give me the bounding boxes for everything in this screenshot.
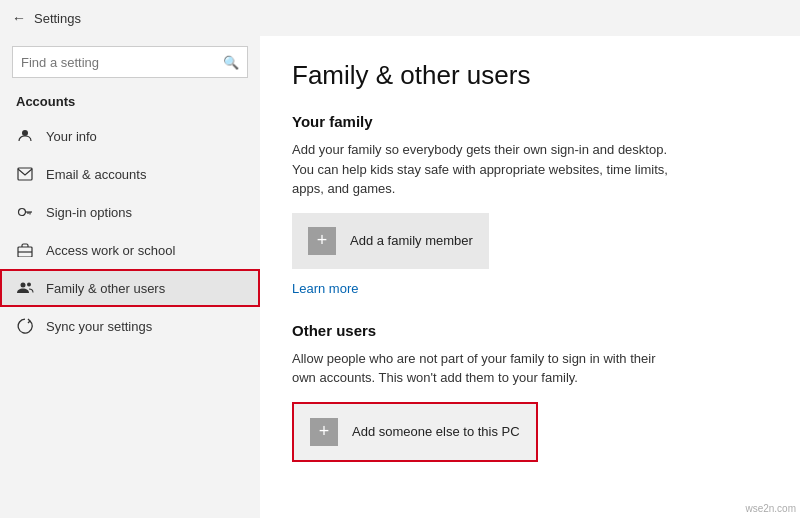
sidebar-item-access-work[interactable]: Access work or school bbox=[0, 231, 260, 269]
window-title: Settings bbox=[34, 11, 81, 26]
content-area: Family & other users Your family Add you… bbox=[260, 36, 800, 518]
add-someone-plus-icon: + bbox=[310, 418, 338, 446]
search-icon: 🔍 bbox=[223, 55, 239, 70]
watermark: wse2n.com bbox=[745, 503, 796, 514]
learn-more-link[interactable]: Learn more bbox=[292, 281, 358, 296]
add-family-member-button[interactable]: + Add a family member bbox=[292, 213, 489, 269]
sidebar-item-your-info[interactable]: Your info bbox=[0, 117, 260, 155]
sidebar-item-label-email-accounts: Email & accounts bbox=[46, 167, 146, 182]
svg-point-0 bbox=[22, 130, 28, 136]
sidebar-item-sign-in[interactable]: Sign-in options bbox=[0, 193, 260, 231]
main-layout: 🔍 Accounts Your info Email & accounts bbox=[0, 36, 800, 518]
svg-rect-1 bbox=[18, 168, 32, 180]
other-users-title: Other users bbox=[292, 322, 768, 339]
page-title: Family & other users bbox=[292, 60, 768, 91]
other-users-description: Allow people who are not part of your fa… bbox=[292, 349, 682, 388]
sidebar-item-email-accounts[interactable]: Email & accounts bbox=[0, 155, 260, 193]
sidebar: 🔍 Accounts Your info Email & accounts bbox=[0, 36, 260, 518]
sidebar-item-family-users[interactable]: Family & other users bbox=[0, 269, 260, 307]
your-family-description: Add your family so everybody gets their … bbox=[292, 140, 682, 199]
sidebar-item-label-your-info: Your info bbox=[46, 129, 97, 144]
sidebar-item-label-sync-settings: Sync your settings bbox=[46, 319, 152, 334]
other-users-section: Other users Allow people who are not par… bbox=[292, 322, 768, 462]
sidebar-item-sync-settings[interactable]: Sync your settings bbox=[0, 307, 260, 345]
your-family-section: Your family Add your family so everybody… bbox=[292, 113, 768, 318]
your-family-title: Your family bbox=[292, 113, 768, 130]
back-button[interactable]: ← bbox=[12, 10, 26, 26]
add-someone-label: Add someone else to this PC bbox=[352, 424, 520, 439]
envelope-icon bbox=[16, 165, 34, 183]
sidebar-item-label-family-users: Family & other users bbox=[46, 281, 165, 296]
svg-point-9 bbox=[27, 283, 31, 287]
add-family-member-label: Add a family member bbox=[350, 233, 473, 248]
svg-point-2 bbox=[19, 209, 26, 216]
key-icon bbox=[16, 203, 34, 221]
search-input[interactable] bbox=[21, 55, 223, 70]
sidebar-section-label: Accounts bbox=[0, 88, 260, 117]
svg-point-8 bbox=[21, 283, 26, 288]
briefcase-icon bbox=[16, 241, 34, 259]
person-group-icon bbox=[16, 279, 34, 297]
add-someone-button[interactable]: + Add someone else to this PC bbox=[292, 402, 538, 462]
sidebar-item-label-access-work: Access work or school bbox=[46, 243, 175, 258]
person-icon bbox=[16, 127, 34, 145]
sync-icon bbox=[16, 317, 34, 335]
title-bar: ← Settings bbox=[0, 0, 800, 36]
sidebar-item-label-sign-in: Sign-in options bbox=[46, 205, 132, 220]
search-box[interactable]: 🔍 bbox=[12, 46, 248, 78]
add-family-plus-icon: + bbox=[308, 227, 336, 255]
